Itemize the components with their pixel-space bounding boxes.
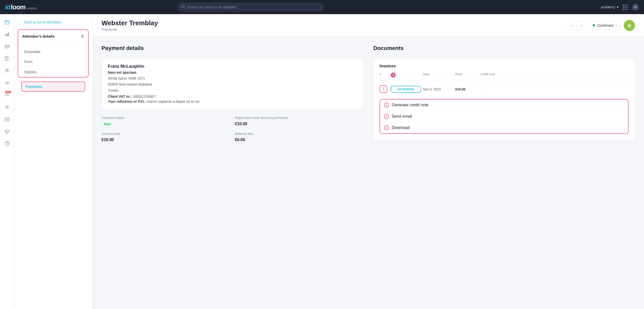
attendee-details-header[interactable]: Attendee's details ∧ — [18, 30, 88, 42]
documents-title: Documents — [373, 45, 635, 52]
generate-credit-note-button[interactable]: 1 Generate credit note — [380, 99, 628, 111]
back-link[interactable]: ← Back to list of attendees — [14, 18, 92, 26]
menu-item-options[interactable]: Options — [18, 67, 88, 77]
send-email-label: Send email — [392, 114, 412, 119]
attendee-details-label: Attendee's details — [22, 34, 55, 38]
sidebar-item-code[interactable] — [2, 78, 12, 88]
attendee-details-section: Attendee's details ∧ Essentials Form Opt… — [18, 29, 89, 78]
invoice-dropdown-menu: 1 Generate credit note 2 Send email 3 Do… — [380, 99, 629, 134]
new-badge: NEW — [5, 91, 11, 93]
sidebar-item-book[interactable] — [2, 54, 12, 64]
payment-details-column: Payment details Franz McLaughlin Nam est… — [102, 45, 363, 142]
billing-card: Franz McLaughlin Nam est aperiam. Verda … — [102, 58, 363, 110]
invoice-actions-button[interactable] — [380, 85, 387, 93]
academy-button[interactable]: academy ▾ — [601, 5, 618, 9]
registration-total-block: Registration total amount purchased €10.… — [235, 116, 363, 127]
ref-value: Harum sapiente a itaque sit id est. — [147, 99, 200, 104]
status-label: Confirmed — [597, 23, 613, 28]
payment-stats: Payment status Paid Registration total a… — [102, 116, 363, 142]
col-number-annotation: 4 — [391, 72, 421, 78]
menu-item-payments[interactable]: Payments — [21, 82, 85, 92]
topnav: idloom events academy ▾ — [0, 0, 644, 14]
send-email-button[interactable]: 2 Send email — [380, 111, 628, 122]
svg-rect-3 — [5, 21, 9, 24]
svg-point-27 — [383, 89, 384, 89]
col-date: Date — [423, 72, 453, 78]
sidebar-item-email[interactable] — [2, 41, 12, 52]
svg-point-14 — [6, 69, 7, 71]
logo-events: events — [27, 6, 37, 10]
sidebar-item-graduation[interactable] — [2, 126, 12, 136]
svg-line-1 — [184, 7, 185, 8]
sidebar-item-users[interactable] — [2, 66, 12, 76]
status-indicator — [593, 24, 595, 27]
search-input[interactable] — [187, 5, 320, 9]
ref-field: Your reference or P.O.: Harum sapiente a… — [108, 99, 357, 104]
payment-status-label: Payment status — [102, 116, 230, 120]
sidebar-item-settings[interactable] — [2, 102, 12, 112]
amount-paid-value: €10.00 — [102, 138, 230, 142]
svg-point-28 — [383, 90, 384, 90]
menu-item-form[interactable]: Form — [18, 57, 88, 67]
balance-due-label: Balance due — [235, 132, 363, 136]
nav-arrows: ← → — [567, 21, 586, 30]
search-bar[interactable] — [177, 3, 324, 12]
next-attendee-button[interactable]: → — [577, 21, 586, 30]
logo[interactable]: idloom events — [5, 3, 37, 11]
vat-value: GB562235987 — [133, 94, 155, 98]
apps-grid-icon[interactable] — [623, 5, 628, 10]
invoice-table-header: # 4 Date Price Credit note — [380, 72, 629, 80]
billing-addr-line2: 82909 New Hubert Alabama — [108, 82, 152, 86]
sidebar-item-chart[interactable] — [2, 29, 12, 39]
svg-point-25 — [629, 24, 630, 26]
user-avatar[interactable] — [632, 4, 639, 11]
payment-details-title: Payment details — [102, 45, 363, 52]
annotation-1: 1 — [384, 102, 389, 108]
payment-status-block: Payment status Paid — [102, 116, 230, 127]
download-label: Download — [392, 125, 410, 130]
settings-gear-button[interactable] — [624, 20, 635, 31]
billing-company: Nam est aperiam. — [108, 70, 357, 74]
sidebar-item-calendar[interactable] — [2, 17, 12, 27]
svg-point-24 — [7, 144, 7, 145]
invoices-title: Invoices — [380, 64, 629, 68]
svg-rect-9 — [8, 33, 9, 36]
account-name: academy — [601, 5, 615, 9]
sidebar-item-help[interactable] — [2, 138, 12, 148]
svg-point-20 — [6, 106, 8, 108]
sidebar-item-check[interactable] — [2, 114, 12, 124]
billing-address: Verda Spurs 4308 1371 82909 New Hubert A… — [108, 75, 357, 93]
payments-menu-item-wrapper: Payments — [18, 82, 89, 92]
svg-marker-22 — [5, 130, 9, 132]
logo-loom: loom — [11, 3, 26, 11]
prev-attendee-button[interactable]: ← — [567, 21, 577, 30]
annotation-4: 4 — [391, 72, 396, 78]
sidebar-item-key[interactable]: NEW — [2, 90, 12, 100]
invoice-id-button[interactable]: GFSD0006 — [391, 86, 421, 93]
status-button[interactable]: Confirmed ▾ — [589, 21, 621, 30]
main-content: Webster Tremblay Payments ← → Confirmed … — [92, 14, 644, 309]
main-layout: NEW — [0, 14, 644, 309]
vat-label: Client VAT nr.: — [108, 94, 132, 98]
invoice-price: €10.00 — [455, 87, 478, 91]
registration-total-value: €10.00 — [235, 122, 363, 126]
left-panel: ← Back to list of attendees Attendee's d… — [14, 14, 92, 309]
page-subtitle: Payments — [102, 28, 158, 32]
col-hash: # — [380, 72, 389, 78]
svg-line-16 — [7, 82, 7, 84]
menu-item-essentials[interactable]: Essentials — [18, 47, 88, 57]
back-link-label: Back to list of attendees — [24, 20, 62, 24]
billing-name: Franz McLaughlin — [108, 64, 357, 69]
annotation-3: 3 — [384, 125, 389, 130]
billing-addr-line1: Verda Spurs 4308 1371 — [108, 76, 145, 80]
svg-rect-7 — [5, 34, 6, 36]
attendee-name: Webster Tremblay — [102, 19, 158, 27]
svg-point-17 — [6, 94, 8, 96]
content-area: Payment details Franz McLaughlin Nam est… — [92, 37, 644, 150]
download-button[interactable]: 3 Download — [380, 122, 628, 133]
vat-field: Client VAT nr.: GB562235987 — [108, 94, 357, 98]
paid-badge: Paid — [102, 122, 113, 127]
back-arrow-icon: ← — [19, 20, 23, 24]
col-price: Price — [455, 72, 478, 78]
svg-point-15 — [7, 69, 8, 70]
